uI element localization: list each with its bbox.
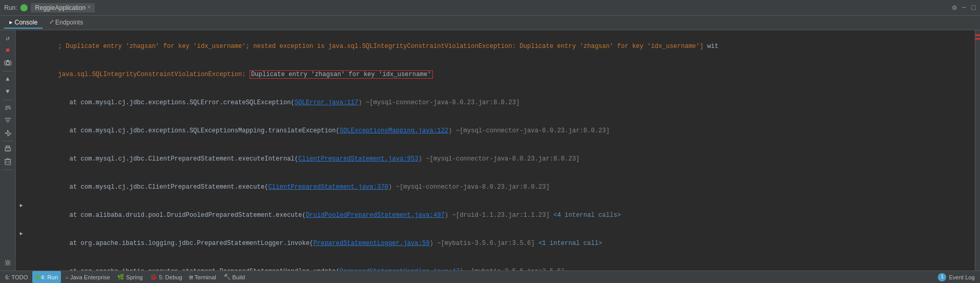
toolbar-sep-4 bbox=[3, 169, 13, 170]
tab-close-icon[interactable]: × bbox=[88, 5, 91, 10]
stack-line-5: ▶ at org.apache.ibatis.logging.jdbc.Prep… bbox=[16, 229, 975, 257]
settings-button[interactable] bbox=[2, 257, 14, 268]
stop-button[interactable]: ■ bbox=[2, 45, 14, 56]
title-bar: Run: ReggieApplication × ⚙ − □ bbox=[0, 0, 980, 16]
camera-button[interactable] bbox=[2, 57, 14, 69]
exception-main-line: java.sql.SQLIntegrityConstraintViolation… bbox=[16, 60, 975, 89]
stack-content-4: at com.alibaba.druid.pool.DruidPooledPre… bbox=[28, 201, 971, 229]
toolbar-sep-2 bbox=[3, 100, 13, 100]
svg-rect-2 bbox=[7, 60, 9, 61]
spring-icon: 🌿 bbox=[117, 274, 125, 280]
tab-endpoints-label: Endpoints bbox=[55, 19, 83, 26]
svg-point-0 bbox=[6, 61, 9, 65]
svg-rect-11 bbox=[6, 150, 9, 151]
terminal-icon: ▤ bbox=[190, 274, 193, 280]
link-3[interactable]: ClientPreparedStatement.java:370 bbox=[268, 183, 388, 191]
link-5[interactable]: PreparedStatementLogger.java:59 bbox=[313, 240, 429, 247]
print-button[interactable] bbox=[2, 143, 14, 155]
main-area: ↺ ■ ▲ ▼ bbox=[0, 30, 980, 270]
tab-console[interactable]: ▶ Console bbox=[4, 17, 43, 29]
debug-icon: 🐞 bbox=[150, 274, 157, 280]
terminal-label: Terminal bbox=[194, 274, 216, 280]
sort-button[interactable] bbox=[2, 102, 14, 114]
rerun-button[interactable]: ↺ bbox=[2, 32, 14, 44]
stack-content-2: at com.mysql.cj.jdbc.ClientPreparedState… bbox=[28, 145, 971, 173]
java-enterprise-label: Java Enterprise bbox=[70, 274, 110, 280]
console-output[interactable]: ; Duplicate entry 'zhagsan' for key 'idx… bbox=[16, 30, 975, 270]
stack-content-3: at com.mysql.cj.jdbc.ClientPreparedState… bbox=[28, 173, 971, 201]
toolbar-sep-3 bbox=[3, 141, 13, 141]
maximize-icon[interactable]: □ bbox=[972, 4, 976, 12]
stack-content-0: at com.mysql.cj.jdbc.exceptions.SQLError… bbox=[28, 89, 971, 117]
exception-highlight: Duplicate entry 'zhagsan' for key 'idx_u… bbox=[250, 70, 433, 79]
spring-label: Spring bbox=[126, 274, 143, 280]
spring-status[interactable]: 🌿 Spring bbox=[114, 271, 146, 283]
java-enterprise-icon: ☕ bbox=[65, 274, 69, 280]
svg-rect-10 bbox=[6, 146, 9, 147]
filter-button[interactable] bbox=[2, 115, 14, 126]
svg-rect-12 bbox=[5, 159, 10, 165]
build-status[interactable]: 🔨 Build bbox=[220, 271, 248, 283]
link-1[interactable]: SQLExceptionsMapping.java:122 bbox=[340, 127, 449, 134]
stack-line-1: at com.mysql.cj.jdbc.exceptions.SQLExcep… bbox=[16, 117, 975, 145]
error-header-content: ; Duplicate entry 'zhagsan' for key 'idx… bbox=[28, 32, 971, 60]
stack-line-0: at com.mysql.cj.jdbc.exceptions.SQLError… bbox=[16, 89, 975, 117]
left-toolbar: ↺ ■ ▲ ▼ bbox=[0, 30, 16, 270]
down-button[interactable]: ▼ bbox=[2, 86, 14, 97]
status-bar: 6: TODO 4: Run ☕ Java Enterprise 🌿 Sprin… bbox=[0, 270, 980, 283]
right-scroll[interactable] bbox=[975, 30, 980, 270]
run-icon bbox=[20, 4, 28, 11]
stack-content-5: at org.apache.ibatis.logging.jdbc.Prepar… bbox=[28, 229, 971, 257]
title-bar-right: ⚙ − □ bbox=[952, 3, 976, 12]
stack-content-1: at com.mysql.cj.jdbc.exceptions.SQLExcep… bbox=[28, 117, 971, 145]
link-4[interactable]: DruidPooledPreparedStatement.java:497 bbox=[306, 212, 444, 219]
up-button[interactable]: ▲ bbox=[2, 73, 14, 85]
fold-5[interactable]: ▶ bbox=[20, 229, 26, 239]
endpoints-icon: ⑇ bbox=[50, 19, 53, 25]
event-log-label: Event Log bbox=[949, 274, 975, 280]
build-label: Build bbox=[232, 274, 245, 280]
debug-label: 5: Debug bbox=[159, 274, 182, 280]
svg-point-17 bbox=[6, 262, 9, 264]
java-enterprise-status[interactable]: ☕ Java Enterprise bbox=[62, 271, 113, 283]
debug-status[interactable]: 🐞 5: Debug bbox=[147, 271, 185, 283]
error-scroll-marker bbox=[975, 34, 980, 36]
run-label: 4: Run bbox=[41, 274, 58, 280]
event-log-status[interactable]: 1 Event Log bbox=[935, 271, 978, 283]
run-dot bbox=[35, 275, 40, 279]
todo-status[interactable]: 6: TODO bbox=[2, 271, 31, 283]
exception-content: java.sql.SQLIntegrityConstraintViolation… bbox=[28, 60, 971, 89]
build-icon: 🔨 bbox=[224, 274, 231, 280]
stack-line-3: at com.mysql.cj.jdbc.ClientPreparedState… bbox=[16, 173, 975, 201]
link-2[interactable]: ClientPreparedStatement.java:953 bbox=[298, 155, 418, 163]
tool-tabs: ▶ Console ⑇ Endpoints bbox=[0, 16, 980, 30]
stack-line-4: ▶ at com.alibaba.druid.pool.DruidPooledP… bbox=[16, 201, 975, 229]
run-label: Run: bbox=[4, 4, 17, 11]
app-tab[interactable]: ReggieApplication × bbox=[31, 3, 95, 13]
terminal-status[interactable]: ▤ Terminal bbox=[187, 271, 219, 283]
error-scroll-marker-2 bbox=[975, 38, 980, 40]
event-log-count: 1 bbox=[940, 274, 944, 280]
fold-4[interactable]: ▶ bbox=[20, 201, 26, 211]
app-tab-name: ReggieApplication bbox=[35, 4, 85, 11]
stack-line-2: at com.mysql.cj.jdbc.ClientPreparedState… bbox=[16, 145, 975, 173]
error-header-text: ; Duplicate entry 'zhagsan' for key 'idx… bbox=[58, 43, 708, 50]
exception-class: java.sql.SQLIntegrityConstraintViolation… bbox=[58, 71, 250, 78]
link-0[interactable]: SQLError.java:117 bbox=[294, 99, 358, 106]
title-bar-left: Run: ReggieApplication × bbox=[4, 3, 95, 13]
minimize-icon[interactable]: − bbox=[962, 4, 966, 12]
settings-icon[interactable]: ⚙ bbox=[952, 3, 957, 12]
tab-console-label: Console bbox=[15, 19, 38, 26]
pin-button[interactable] bbox=[2, 127, 14, 139]
todo-label: 6: TODO bbox=[5, 274, 28, 280]
event-log-badge: 1 bbox=[938, 273, 946, 281]
delete-button[interactable] bbox=[2, 156, 14, 167]
error-header-line: ; Duplicate entry 'zhagsan' for key 'idx… bbox=[16, 32, 975, 60]
wit-text: wit bbox=[707, 43, 718, 50]
toolbar-sep-1 bbox=[3, 71, 13, 71]
tab-endpoints[interactable]: ⑇ Endpoints bbox=[45, 17, 88, 29]
console-icon: ▶ bbox=[9, 19, 13, 26]
link-6[interactable]: PreparedStatementHandler.java:47 bbox=[340, 268, 460, 270]
run-status[interactable]: 4: Run bbox=[32, 271, 61, 283]
stack-content-6: at org.apache.ibatis.executor.statement.… bbox=[28, 257, 971, 270]
